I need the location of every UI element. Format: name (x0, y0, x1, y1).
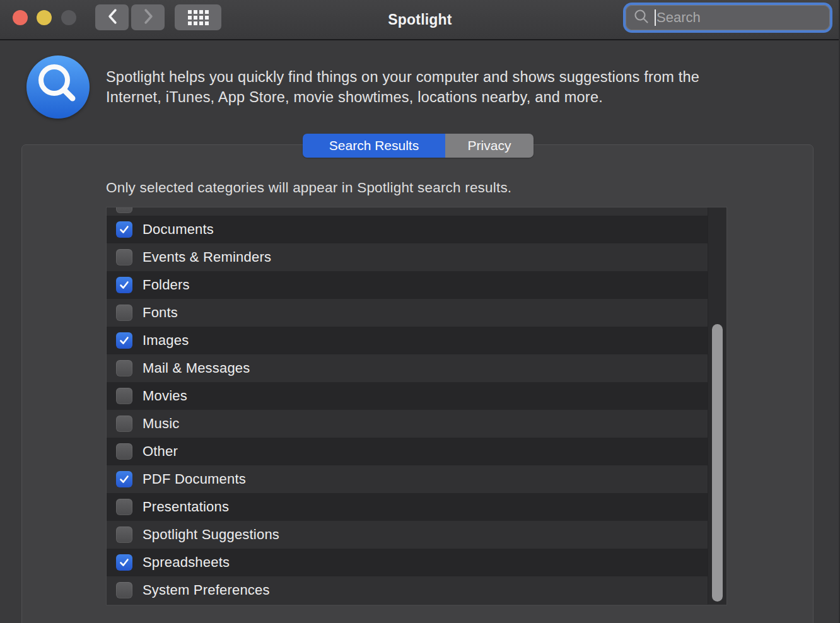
category-label: Folders (143, 277, 190, 293)
list-row[interactable]: Events & Reminders (107, 243, 708, 271)
list-row[interactable]: System Preferences (107, 576, 708, 604)
category-label: Other (143, 443, 178, 460)
tab-search-results[interactable]: Search Results (303, 134, 445, 158)
category-label: Images (143, 332, 189, 349)
chevron-left-icon (107, 8, 118, 26)
checkmark-icon (118, 334, 131, 347)
categories-rows: Documents Events & Reminders Folders Fon… (107, 207, 708, 604)
spotlight-app-icon (26, 55, 90, 119)
category-checkbox[interactable] (116, 249, 132, 265)
list-row[interactable]: Folders (107, 271, 708, 299)
search-input[interactable]: Search (626, 5, 830, 30)
category-checkbox[interactable] (116, 471, 132, 487)
category-checkbox[interactable] (116, 443, 132, 460)
category-label: System Preferences (143, 582, 270, 598)
back-button[interactable] (95, 4, 129, 30)
checkmark-icon (118, 223, 131, 236)
checkmark-icon (118, 556, 131, 569)
tab-bar: Search Results Privacy (303, 134, 534, 158)
search-placeholder: Search (656, 9, 701, 26)
list-row[interactable]: Images (107, 327, 708, 354)
category-label: Movies (143, 388, 187, 404)
category-label: Spreadsheets (143, 554, 230, 571)
list-row[interactable]: Mail & Messages (107, 354, 708, 382)
category-label: Spotlight Suggestions (143, 527, 279, 543)
list-row[interactable]: Documents (107, 216, 708, 243)
category-checkbox[interactable] (116, 499, 132, 515)
list-row-partial[interactable] (107, 207, 708, 216)
list-row[interactable]: Movies (107, 382, 708, 410)
magnifier-icon (26, 54, 90, 120)
list-row[interactable]: Music (107, 410, 708, 438)
category-label: Events & Reminders (143, 249, 271, 265)
titlebar: Spotlight Search (0, 0, 840, 40)
category-label: Documents (143, 221, 214, 238)
list-row[interactable]: Presentations (107, 493, 708, 521)
category-label: PDF Documents (143, 471, 246, 487)
description-line-2: Internet, iTunes, App Store, movie showt… (106, 87, 806, 107)
list-row[interactable]: Spotlight Suggestions (107, 521, 708, 549)
category-label: Mail & Messages (143, 360, 250, 376)
description-line-1: Spotlight helps you quickly find things … (106, 67, 806, 87)
category-checkbox[interactable] (116, 554, 132, 571)
text-caret (655, 9, 656, 26)
category-label: Presentations (143, 499, 229, 515)
show-all-preferences-button[interactable] (175, 4, 221, 30)
list-row[interactable]: Other (107, 438, 708, 465)
forward-button[interactable] (131, 4, 165, 30)
scrollbar-thumb[interactable] (712, 324, 723, 602)
category-checkbox[interactable] (116, 527, 132, 543)
instruction-text: Only selected categories will appear in … (106, 180, 511, 196)
list-row[interactable]: Spreadsheets (107, 549, 708, 576)
spotlight-description: Spotlight helps you quickly find things … (106, 67, 806, 107)
grid-icon (188, 10, 209, 25)
checkmark-icon (118, 473, 131, 486)
category-checkbox[interactable] (116, 305, 132, 321)
list-row[interactable]: PDF Documents (107, 465, 708, 493)
category-checkbox[interactable] (116, 388, 132, 404)
category-label: Music (143, 416, 179, 432)
category-checkbox[interactable] (116, 582, 132, 598)
category-checkbox[interactable] (116, 332, 132, 349)
category-checkbox[interactable] (116, 221, 132, 238)
tab-privacy[interactable]: Privacy (445, 134, 534, 158)
categories-list: Documents Events & Reminders Folders Fon… (106, 207, 727, 605)
chevron-right-icon (143, 8, 154, 26)
category-checkbox[interactable] (116, 416, 132, 432)
category-checkbox[interactable] (116, 277, 132, 293)
scrollbar-track[interactable] (708, 207, 726, 605)
list-row[interactable]: Fonts (107, 299, 708, 327)
checkbox-partial[interactable] (116, 207, 132, 213)
category-checkbox[interactable] (116, 360, 132, 376)
checkmark-icon (118, 279, 131, 291)
search-icon (633, 8, 650, 27)
category-label: Fonts (143, 305, 178, 321)
